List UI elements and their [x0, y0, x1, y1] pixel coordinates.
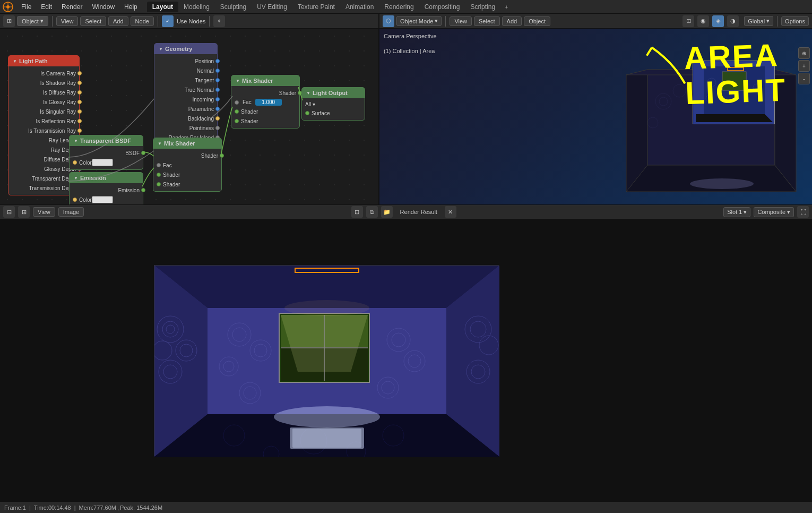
- tab-modeling[interactable]: Modeling: [178, 2, 215, 12]
- socket-backfacing: [215, 116, 220, 121]
- rendered-room-svg: [154, 266, 499, 457]
- node-row-bsdf-out: BSDF: [70, 148, 143, 158]
- socket-normal: [215, 69, 220, 73]
- vp-sep-2: [777, 16, 778, 27]
- color-swatch-emission[interactable]: [92, 196, 113, 203]
- node-editor[interactable]: ⊞ Object▾ View Select Add Node ✓ Use Nod…: [0, 14, 379, 218]
- tab-sculpting[interactable]: Sculpting: [215, 2, 252, 12]
- node-light-output[interactable]: ▼ Light Output All ▾ Surface: [301, 87, 365, 121]
- node-row-fac-in-2: Fac: [153, 160, 221, 170]
- node-row-shader-in-2b: Shader: [153, 179, 221, 189]
- vp-select-btn[interactable]: Select: [474, 16, 500, 26]
- add-menu-btn[interactable]: Add: [108, 16, 128, 26]
- menu-window[interactable]: Window: [88, 2, 119, 12]
- select-menu-btn[interactable]: Select: [80, 16, 106, 26]
- collapse-arrow: ▼: [13, 59, 17, 64]
- vp-shading-render[interactable]: ◑: [727, 15, 739, 27]
- vp-editor-type-icon[interactable]: ⬡: [383, 15, 394, 27]
- render-fullscreen-icon[interactable]: ⛶: [797, 206, 809, 218]
- socket-position: [215, 59, 220, 63]
- node-transparent-bsdf[interactable]: ▼ Transparent BSDF BSDF Color: [69, 135, 143, 170]
- vp-btn-zoom-out[interactable]: -: [798, 73, 810, 84]
- vp-btn-nav[interactable]: ⊕: [798, 47, 810, 59]
- tab-scripting[interactable]: Scripting: [465, 2, 500, 12]
- camera-perspective-label: Camera Perspective: [384, 33, 437, 39]
- vp-shading-solid[interactable]: ◉: [697, 15, 709, 27]
- use-nodes-checkbox[interactable]: ✓: [162, 15, 174, 27]
- menu-file[interactable]: File: [17, 2, 36, 12]
- render-editor-icon[interactable]: ⊟: [3, 206, 15, 218]
- render-close-icon[interactable]: ✕: [445, 206, 456, 218]
- node-mix-shader-2-header: ▼ Mix Shader: [153, 138, 221, 149]
- vp-object-mode-btn[interactable]: Object Mode ▾: [396, 16, 442, 26]
- menu-edit[interactable]: Edit: [37, 2, 56, 12]
- target-row: All ▾: [302, 100, 365, 108]
- node-row-backfacing: Backfacing: [154, 114, 217, 123]
- vp-transform-global[interactable]: Global ▾: [744, 16, 773, 26]
- render-new-icon[interactable]: ⊡: [351, 206, 363, 218]
- socket-surface-in: [305, 111, 309, 115]
- node-menu-btn[interactable]: Node: [131, 16, 154, 26]
- tab-uv-editing[interactable]: UV Editing: [252, 2, 292, 12]
- viewport-3d[interactable]: ⬡ Object Mode ▾ View Select Add Object ⊡…: [379, 14, 812, 218]
- top-menu-bar: File Edit Render Window Help Layout Mode…: [0, 0, 812, 14]
- color-swatch-transparent[interactable]: [92, 159, 113, 166]
- tab-animation[interactable]: Animation: [340, 2, 379, 12]
- node-mix-shader-1[interactable]: ▼ Mix Shader Shader Fac 1.000 Shader: [231, 75, 300, 129]
- node-row-color-in: Color: [70, 158, 143, 167]
- status-frame: Frame:1: [4, 505, 26, 511]
- vp-btn-zoom[interactable]: +: [798, 60, 810, 72]
- status-separator-3: ,: [117, 505, 119, 511]
- add-tab-button[interactable]: +: [500, 2, 512, 12]
- menu-help[interactable]: Help: [120, 2, 142, 12]
- render-view-btn[interactable]: View: [33, 207, 55, 217]
- menu-items: File Edit Render Window Help: [17, 2, 142, 12]
- vp-add-btn[interactable]: Add: [502, 16, 522, 26]
- render-view-icon[interactable]: ⊞: [18, 206, 30, 218]
- node-row-glossy-ray: Is Glossy Ray: [8, 97, 79, 107]
- vp-options-btn[interactable]: Options: [781, 16, 809, 26]
- view-menu-btn[interactable]: View: [56, 16, 79, 26]
- tab-texture-paint[interactable]: Texture Paint: [292, 2, 340, 12]
- render-composite-btn[interactable]: Composite ▾: [754, 207, 794, 217]
- node-light-output-title: Light Output: [313, 90, 348, 96]
- fac-value-1[interactable]: 1.000: [255, 99, 282, 106]
- node-row-transmission-ray: Is Transmission Ray: [8, 126, 79, 135]
- node-row-shader-in-1b: Shader: [231, 116, 299, 126]
- vp-shading-wireframe[interactable]: ⊡: [683, 15, 694, 27]
- separator-2: [158, 16, 158, 27]
- node-geometry-title: Geometry: [165, 46, 192, 52]
- vp-object-btn[interactable]: Object: [524, 16, 550, 26]
- socket-bsdf-out: [141, 151, 145, 155]
- render-folder-icon[interactable]: 📁: [381, 206, 393, 218]
- collapse-arrow-geo: ▼: [159, 47, 163, 52]
- snap-icon[interactable]: ⌖: [213, 15, 225, 27]
- vp-view-btn[interactable]: View: [450, 16, 472, 26]
- tab-rendering[interactable]: Rendering: [379, 2, 419, 12]
- socket-reflection-ray: [77, 119, 82, 123]
- socket-shader-in-2b: [157, 182, 161, 186]
- node-mix-shader-2[interactable]: ▼ Mix Shader Shader Fac Shader: [153, 138, 222, 192]
- node-geometry[interactable]: ▼ Geometry Position Normal Tangent True …: [154, 43, 218, 145]
- menu-render[interactable]: Render: [57, 2, 87, 12]
- node-light-output-header: ▼ Light Output: [302, 88, 365, 98]
- separator: [52, 16, 53, 27]
- node-mix-shader-1-body: Shader Fac 1.000 Shader Shader: [231, 86, 299, 128]
- node-row-incoming: Incoming: [154, 95, 217, 104]
- tab-layout[interactable]: Layout: [147, 2, 178, 12]
- viewport-scene: Camera Perspective (1) Collection | Area: [379, 29, 812, 218]
- object-mode-btn[interactable]: Object▾: [17, 16, 48, 26]
- socket-shader-in-1b: [235, 119, 239, 123]
- vp-shading-material[interactable]: ◈: [712, 15, 724, 27]
- svg-point-77: [274, 406, 380, 427]
- render-copy-icon[interactable]: ⧉: [366, 206, 378, 218]
- socket-tangent: [215, 78, 220, 82]
- node-row-tangent: Tangent: [154, 75, 217, 85]
- editor-type-icon[interactable]: ⊞: [3, 15, 15, 27]
- rendered-room: [154, 265, 499, 456]
- tab-compositing[interactable]: Compositing: [419, 2, 465, 12]
- render-slot-btn[interactable]: Slot 1 ▾: [723, 207, 750, 217]
- node-row-singular-ray: Is Singular Ray: [8, 107, 79, 116]
- render-image-btn[interactable]: Image: [58, 207, 84, 217]
- node-row-shader-out-2: Shader: [153, 151, 221, 160]
